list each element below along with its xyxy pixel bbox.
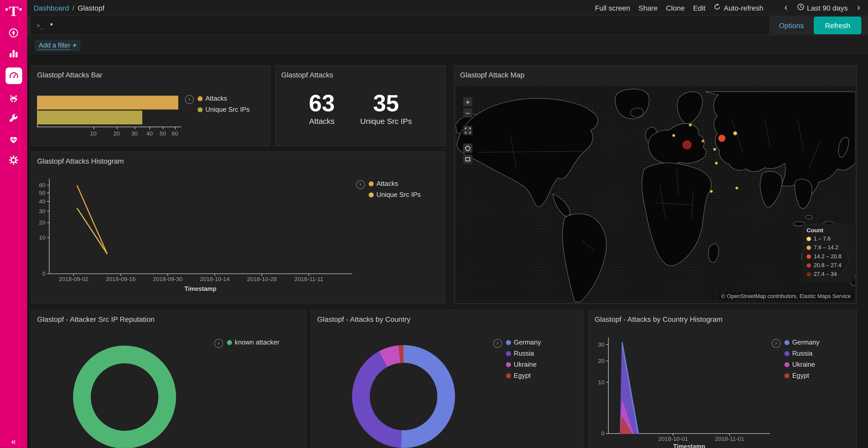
sidebar-nav [0, 27, 27, 166]
legend-toggle-icon[interactable] [772, 339, 780, 348]
legend-dot [506, 351, 511, 356]
zoom-out-button[interactable]: − [463, 108, 473, 118]
legend-item[interactable]: Unique Src IPs [369, 191, 421, 199]
time-next-button[interactable]: › [856, 4, 862, 12]
breadcrumb: Dashboard / Glastopf [34, 4, 104, 12]
legend-dot [506, 340, 511, 345]
legend-dot [807, 245, 811, 249]
collapse-nav-icon[interactable] [0, 436, 27, 446]
legend-dot [506, 362, 511, 367]
sidebar-item-timelion[interactable] [0, 92, 27, 105]
auto-refresh-button[interactable]: Auto-refresh [714, 3, 764, 12]
legend-toggle-icon[interactable] [356, 180, 365, 189]
sidebar-item-visualize[interactable] [0, 47, 27, 59]
options-link[interactable]: Options [779, 22, 804, 30]
full-screen-button[interactable]: Full screen [595, 4, 630, 12]
sidebar-item-dev-tools[interactable] [0, 113, 27, 125]
attack-marker[interactable] [672, 134, 675, 137]
legend-item[interactable]: Ukraine [506, 360, 541, 368]
heartbeat-icon [8, 134, 19, 145]
metric-label: Attacks [309, 117, 335, 126]
legend-item[interactable]: Attacks [197, 95, 250, 102]
legend-item[interactable]: Egypt [784, 372, 819, 379]
clone-button[interactable]: Clone [666, 4, 685, 12]
sidebar-item-dashboard[interactable] [0, 67, 27, 84]
panel-country-histogram: Glastopf - Attacks by Country Histogram … [588, 310, 857, 448]
legend-dot [784, 340, 789, 345]
refresh-button[interactable]: Refresh [814, 16, 861, 34]
attack-marker[interactable] [735, 186, 739, 190]
map-controls: + − [463, 97, 473, 164]
add-filter-button[interactable]: Add a filter + [35, 39, 81, 51]
panel-title: Glastopf - Attacker Src IP Reputation [32, 310, 306, 323]
add-filter-label: Add a filter [39, 41, 70, 49]
donut-chart [352, 345, 455, 448]
legend-item[interactable]: Egypt [506, 372, 541, 379]
x-axis-tick [93, 127, 94, 130]
fit-bounds-button[interactable] [463, 126, 473, 136]
panel-src-ip-reputation: Glastopf - Attacker Src IP Reputation kn… [31, 310, 306, 448]
legend-row: 27.4 – 34 [807, 271, 850, 277]
draw-rectangle-button[interactable] [463, 154, 473, 164]
legend-label: Attacks [206, 95, 227, 102]
attack-marker[interactable] [689, 123, 692, 127]
legend-item[interactable]: Russia [784, 349, 819, 357]
legend-item[interactable]: Attacks [369, 180, 421, 187]
legend-toggle-icon[interactable] [493, 339, 502, 348]
x-axis-tick-label: 10 [90, 130, 97, 137]
x-axis-tick-label: 2018-09-30 [153, 276, 183, 282]
attack-marker[interactable] [702, 139, 705, 143]
world-map[interactable]: + − [456, 86, 855, 303]
attack-marker[interactable] [713, 148, 716, 151]
breadcrumb-dashboard-link[interactable]: Dashboard [34, 4, 69, 12]
sidebar-item-monitoring[interactable] [0, 133, 27, 145]
legend-item[interactable]: Russia [506, 349, 541, 357]
x-axis-tick [150, 127, 150, 130]
query-bar: >_ Options Refresh [27, 15, 868, 35]
attack-marker[interactable] [718, 134, 726, 142]
legend-item[interactable]: Germany [784, 338, 819, 346]
attack-marker[interactable] [682, 140, 692, 150]
map-attribution[interactable]: © OpenStreetMap contributors, Elastic Ma… [718, 292, 854, 300]
time-range-button[interactable]: Last 90 days [797, 3, 848, 12]
attack-markers-layer [456, 86, 855, 303]
metric-label: Unique Src IPs [360, 117, 412, 126]
query-input[interactable] [49, 21, 769, 30]
legend-item[interactable]: Ukraine [784, 360, 819, 368]
draw-polygon-button[interactable] [463, 143, 473, 153]
legend-item[interactable]: known attacker [227, 338, 280, 346]
metric-attacks: 63 Attacks [309, 91, 335, 126]
legend-item[interactable]: Unique Src IPs [197, 106, 250, 113]
logo-letter: T [9, 5, 18, 18]
zoom-in-button[interactable]: + [463, 97, 473, 107]
attack-marker[interactable] [733, 131, 737, 136]
y-axis-tick-label: 30 [39, 208, 45, 214]
metric-value: 35 [360, 91, 412, 115]
dashboard-icon [5, 67, 22, 84]
edit-button[interactable]: Edit [693, 4, 706, 12]
legend-range: 1 – 7.6 [814, 236, 831, 242]
legend-dot [227, 340, 232, 345]
share-button[interactable]: Share [638, 4, 657, 12]
attack-marker[interactable] [710, 190, 713, 193]
legend-toggle-icon[interactable] [185, 95, 194, 104]
line-chart: 60504030201002018-09-022018-09-162018-09… [32, 152, 445, 304]
sidebar-item-management[interactable] [0, 154, 27, 166]
donut-hole [370, 363, 437, 430]
attack-marker[interactable] [715, 162, 718, 165]
x-axis-tick-label: 30 [131, 130, 138, 137]
y-axis-tick-label: 10 [598, 379, 604, 385]
gear-icon [8, 154, 19, 165]
legend-label: known attacker [235, 338, 280, 346]
line-series-attacks [77, 185, 107, 254]
time-prev-button[interactable]: ‹ [783, 4, 789, 12]
legend-item[interactable]: Germany [506, 338, 541, 346]
sidebar-item-discover[interactable] [0, 27, 27, 39]
x-axis-tick-label: 2018-09-02 [59, 276, 88, 282]
legend-toggle-icon[interactable] [214, 339, 223, 348]
logo-dot-left [5, 8, 8, 10]
top-nav-bar: Dashboard / Glastopf Full screen Share C… [27, 0, 868, 15]
legend-label: Germany [514, 338, 541, 346]
legend-dot [807, 254, 811, 259]
telekom-logo[interactable]: T [5, 5, 22, 18]
